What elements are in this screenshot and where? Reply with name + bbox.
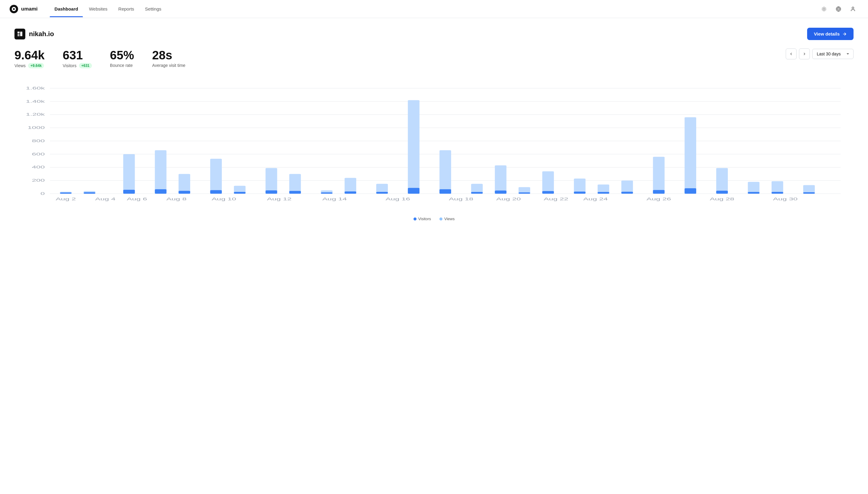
theme-toggle-button[interactable]	[818, 4, 829, 15]
svg-rect-81	[684, 117, 696, 194]
svg-rect-88	[772, 192, 783, 194]
svg-rect-51	[265, 168, 277, 194]
svg-text:1.60k: 1.60k	[26, 86, 45, 90]
svg-text:600: 600	[32, 152, 45, 156]
svg-rect-66	[471, 192, 483, 194]
stat-views: 9.64k Views +9.64k	[15, 49, 44, 69]
svg-rect-52	[265, 190, 277, 194]
svg-rect-90	[803, 192, 815, 194]
logo-text: umami	[21, 6, 38, 12]
svg-rect-54	[289, 191, 301, 194]
svg-text:Aug 8: Aug 8	[166, 197, 187, 201]
stat-visitors-label-row: Visitors +631	[63, 63, 92, 69]
svg-text:Aug 10: Aug 10	[211, 197, 236, 201]
period-select[interactable]: Last 24 hours Last 7 days Last 30 days L…	[812, 49, 853, 59]
svg-point-1	[13, 8, 15, 10]
svg-rect-62	[408, 188, 420, 194]
svg-rect-83	[716, 168, 728, 194]
main-content: nikah.io View details 9.64k Views +9.64k…	[0, 18, 868, 231]
svg-rect-64	[439, 189, 451, 194]
svg-rect-71	[542, 171, 554, 194]
svg-text:Aug 30: Aug 30	[773, 197, 797, 201]
logo[interactable]: umami	[10, 5, 38, 13]
svg-rect-46	[179, 191, 190, 194]
stat-visitors-label: Visitors	[63, 63, 77, 68]
language-button[interactable]	[833, 4, 844, 15]
svg-rect-73	[574, 178, 586, 194]
stat-views-value: 9.64k	[15, 49, 44, 62]
legend-visitors: Visitors	[413, 216, 431, 221]
svg-text:400: 400	[32, 165, 45, 169]
navbar: umami Dashboard Websites Reports Setting…	[0, 0, 868, 18]
svg-text:800: 800	[32, 139, 45, 143]
svg-point-13	[852, 7, 854, 9]
svg-rect-47	[210, 159, 222, 194]
svg-rect-60	[376, 192, 388, 194]
svg-line-6	[826, 10, 826, 11]
svg-rect-76	[598, 192, 609, 194]
svg-rect-78	[622, 192, 633, 194]
svg-rect-50	[234, 192, 246, 194]
nav-websites[interactable]: Websites	[84, 4, 112, 14]
svg-text:Aug 6: Aug 6	[127, 197, 147, 201]
svg-text:Aug 18: Aug 18	[449, 197, 473, 201]
svg-rect-86	[748, 192, 759, 194]
nav-right	[818, 4, 858, 15]
svg-rect-84	[716, 191, 728, 194]
next-period-button[interactable]	[799, 49, 810, 59]
site-title-row: nikah.io	[15, 28, 54, 39]
svg-rect-56	[321, 192, 333, 194]
svg-text:Aug 28: Aug 28	[710, 197, 734, 201]
svg-rect-85	[748, 182, 759, 194]
stats-row: 9.64k Views +9.64k 631 Visitors +631 65%…	[15, 49, 185, 69]
stat-bounce-label-row: Bounce rate	[110, 63, 134, 68]
svg-rect-74	[574, 192, 586, 194]
bar-chart: 020040060080010001.20k1.40k1.60kAug 2Aug…	[15, 85, 853, 212]
svg-rect-41	[123, 154, 135, 194]
user-button[interactable]	[848, 4, 858, 15]
svg-line-10	[826, 7, 826, 7]
legend-visitors-label: Visitors	[418, 216, 431, 221]
stat-avgtime-label: Average visit time	[152, 63, 185, 68]
svg-text:200: 200	[32, 178, 45, 182]
svg-rect-14	[17, 32, 20, 33]
svg-rect-58	[345, 192, 356, 194]
stat-visitors: 631 Visitors +631	[63, 49, 92, 69]
svg-text:Aug 16: Aug 16	[386, 197, 410, 201]
svg-rect-57	[345, 178, 356, 194]
svg-rect-72	[542, 191, 554, 194]
svg-rect-17	[20, 32, 22, 36]
chart-legend: Visitors Views	[15, 216, 853, 221]
svg-text:1.20k: 1.20k	[26, 113, 45, 117]
stat-views-label-row: Views +9.64k	[15, 63, 44, 69]
svg-rect-61	[408, 100, 420, 194]
svg-rect-63	[439, 150, 451, 194]
svg-line-9	[822, 10, 823, 11]
svg-text:Aug 22: Aug 22	[544, 197, 568, 201]
legend-views-label: Views	[444, 216, 455, 221]
svg-text:Aug 26: Aug 26	[646, 197, 671, 201]
stat-visitors-badge: +631	[79, 63, 92, 69]
svg-point-2	[823, 8, 825, 10]
nav-dashboard[interactable]: Dashboard	[50, 4, 83, 14]
svg-rect-82	[684, 188, 696, 194]
svg-text:1.40k: 1.40k	[26, 99, 45, 103]
prev-period-button[interactable]	[786, 49, 797, 59]
svg-rect-16	[17, 35, 20, 36]
nav-settings[interactable]: Settings	[140, 4, 166, 14]
svg-text:Aug 4: Aug 4	[95, 197, 115, 201]
chart-controls: Last 24 hours Last 7 days Last 30 days L…	[786, 49, 853, 59]
svg-rect-44	[155, 189, 167, 194]
stat-bounce-label: Bounce rate	[110, 63, 133, 68]
stat-avgtime: 28s Average visit time	[152, 49, 185, 68]
nav-reports[interactable]: Reports	[114, 4, 139, 14]
svg-rect-67	[495, 165, 506, 194]
chart-area: 020040060080010001.20k1.40k1.60kAug 2Aug…	[15, 85, 853, 212]
stat-bounce: 65% Bounce rate	[110, 49, 134, 68]
stat-bounce-value: 65%	[110, 49, 134, 62]
svg-text:Aug 2: Aug 2	[56, 197, 76, 201]
stat-avgtime-label-row: Average visit time	[152, 63, 185, 68]
svg-rect-43	[155, 150, 167, 194]
view-details-button[interactable]: View details	[807, 28, 853, 40]
svg-text:Aug 20: Aug 20	[496, 197, 521, 201]
